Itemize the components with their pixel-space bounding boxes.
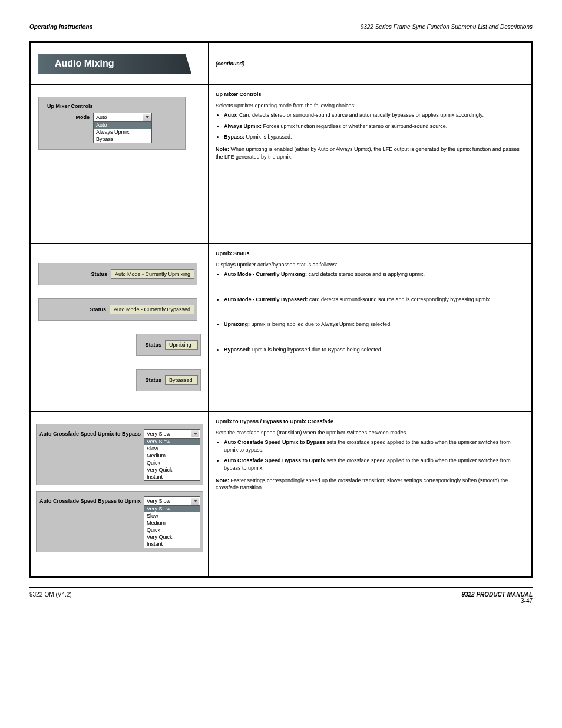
crossfade-b2u-label: Auto Crossfade Speed Bypass to Upmix xyxy=(39,496,144,504)
crossfade-upmix-to-bypass-panel: Auto Crossfade Speed Upmix to Bypass Ver… xyxy=(36,424,203,485)
page-header: Operating Instructions 9322 Series Frame… xyxy=(29,24,533,34)
list-item: Bypassed: upmix is being bypassed due to… xyxy=(224,346,524,354)
upmixer-panel: Up Mixer Controls Mode Auto Auto Always … xyxy=(38,97,186,150)
mode-select[interactable]: Auto xyxy=(93,113,152,122)
upmixer-title: Up Mixer Controls xyxy=(216,91,524,98)
mode-label: Mode xyxy=(44,113,93,120)
mode-option[interactable]: Bypass xyxy=(94,136,151,143)
status-panel-3: Status Upmixing xyxy=(136,334,201,356)
mode-options-list: Auto Always Upmix Bypass xyxy=(93,121,152,143)
combo-option[interactable]: Very Quick xyxy=(144,466,200,473)
footer-left: 9322-OM (V4.2) xyxy=(29,591,72,604)
crossfade-u2b-select[interactable]: Very Slow xyxy=(144,429,200,439)
combo-option[interactable]: Slow xyxy=(144,445,200,452)
status-label: Status xyxy=(145,342,161,348)
function-table: Audio Mixing (continued) Up Mixer Contro… xyxy=(29,41,533,578)
combo-option[interactable]: Instant xyxy=(144,541,200,548)
status-title: Upmix Status xyxy=(216,250,524,258)
upmixer-bullet-list: Auto: Card detects stereo or surround-so… xyxy=(216,111,524,141)
list-item: Auto Crossfade Speed Upmix to Bypass set… xyxy=(224,439,524,453)
status-value: Auto Mode - Currently Bypassed xyxy=(110,305,194,314)
status-bullet-list: Auto Mode - Currently Upmixing: card det… xyxy=(216,271,524,353)
crossfade-title: Upmix to Bypass / Bypass to Upmix Crossf… xyxy=(216,418,524,426)
crossfade-b2u-options: Very Slow Slow Medium Quick Very Quick I… xyxy=(144,505,200,548)
list-item: Upmixing: upmix is being applied due to … xyxy=(224,321,524,328)
header-section: 9322 Series Frame Sync Function Submenu … xyxy=(361,24,533,30)
status-label: Status xyxy=(90,307,106,312)
crossfade-u2b-label: Auto Crossfade Speed Upmix to Bypass xyxy=(39,429,144,437)
list-item: Auto Mode - Currently Bypassed: card det… xyxy=(224,296,524,304)
upmixer-legend: Up Mixer Controls xyxy=(45,103,180,109)
crossfade-u2b-options: Very Slow Slow Medium Quick Very Quick I… xyxy=(144,438,200,481)
crossfade-desc: Sets the crossfade speed (transition) wh… xyxy=(216,429,524,437)
crossfade-bullet-list: Auto Crossfade Speed Upmix to Bypass set… xyxy=(216,439,524,472)
status-value: Auto Mode - Currently Upmixing xyxy=(111,269,194,279)
status-label: Status xyxy=(91,271,107,277)
crossfade-bypass-to-upmix-panel: Auto Crossfade Speed Bypass to Upmix Ver… xyxy=(36,491,203,552)
footer-product: 9322 PRODUCT MANUAL xyxy=(461,591,533,598)
crossfade-note: Note: Faster settings correspondingly sp… xyxy=(216,477,524,492)
combo-option[interactable]: Very Slow xyxy=(144,505,200,512)
status-value: Upmixing xyxy=(165,340,198,350)
combo-option[interactable]: Very Slow xyxy=(144,438,200,445)
mode-option[interactable]: Auto xyxy=(94,121,151,129)
list-item: Auto Crossfade Speed Bypass to Upmix set… xyxy=(224,457,524,472)
footer-page: 3-47 xyxy=(461,598,533,604)
crossfade-b2u-select[interactable]: Very Slow xyxy=(144,496,200,506)
status-panel-4: Status Bypassed xyxy=(136,369,201,391)
status-desc: Displays upmixer active/bypassed status … xyxy=(216,261,524,269)
section-banner: Audio Mixing xyxy=(38,54,191,74)
status-panel-1: Status Auto Mode - Currently Upmixing xyxy=(38,263,197,285)
status-label: Status xyxy=(145,377,161,383)
combo-option[interactable]: Medium xyxy=(144,519,200,526)
combo-option[interactable]: Quick xyxy=(144,459,200,466)
combo-option[interactable]: Very Quick xyxy=(144,533,200,541)
upmixer-desc: Selects upmixer operating mode from the … xyxy=(216,102,524,110)
status-panel-2: Status Auto Mode - Currently Bypassed xyxy=(38,298,197,321)
chevron-down-icon xyxy=(191,498,199,505)
chevron-down-icon xyxy=(143,114,151,121)
chevron-down-icon xyxy=(191,430,199,437)
combo-option[interactable]: Instant xyxy=(144,473,200,480)
upmixer-note: Note: When upmixing is enabled (either b… xyxy=(216,146,524,160)
continued-label: (continued) xyxy=(216,61,244,67)
page-footer: 9322-OM (V4.2) 9322 PRODUCT MANUAL 3-47 xyxy=(29,587,533,604)
status-value: Bypassed xyxy=(165,375,198,385)
list-item: Bypass: Upmix is bypassed. xyxy=(224,133,524,141)
combo-option[interactable]: Quick xyxy=(144,526,200,533)
list-item: Always Upmix: Forces upmix function rega… xyxy=(224,123,524,130)
mode-option[interactable]: Always Upmix xyxy=(94,129,151,136)
list-item: Auto: Card detects stereo or surround-so… xyxy=(224,111,524,119)
header-chapter: Operating Instructions xyxy=(29,24,92,30)
list-item: Auto Mode - Currently Upmixing: card det… xyxy=(224,271,524,278)
combo-option[interactable]: Medium xyxy=(144,452,200,459)
combo-option[interactable]: Slow xyxy=(144,512,200,519)
